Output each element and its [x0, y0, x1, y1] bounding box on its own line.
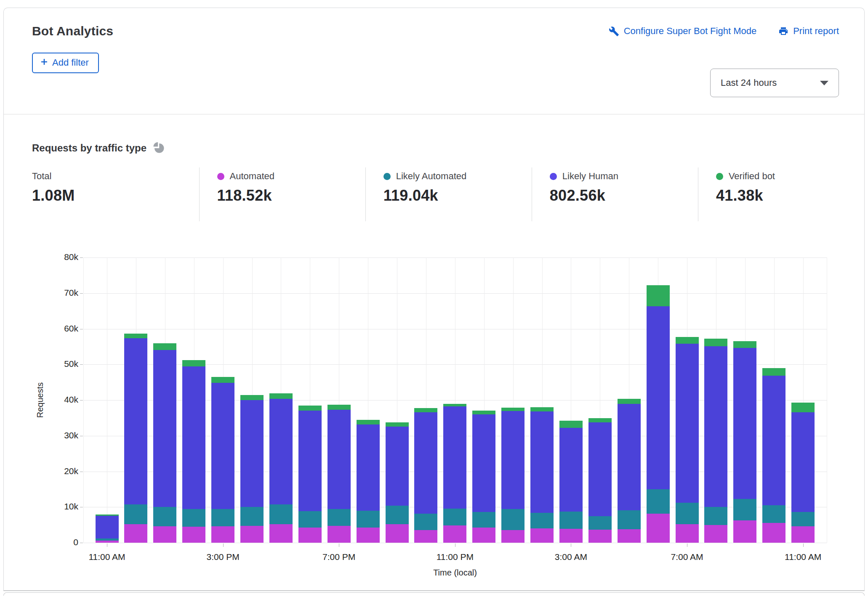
bar-3-00-pm[interactable]	[211, 377, 234, 543]
segment-likely-automated	[211, 509, 234, 527]
segment-automated	[124, 524, 147, 543]
segment-likely-human	[240, 400, 264, 507]
segment-likely-human	[153, 350, 176, 507]
bar-4-00-am[interactable]	[588, 418, 612, 543]
bar-10-00-am[interactable]	[762, 368, 785, 543]
segment-automated	[240, 526, 264, 543]
segment-likely-human	[676, 344, 699, 503]
wrench-icon	[609, 26, 619, 37]
bar-2-00-am[interactable]	[530, 407, 554, 543]
segment-automated	[443, 525, 466, 543]
segment-automated	[327, 526, 351, 543]
pie-chart-icon	[152, 141, 165, 156]
y-tick-label: 40k	[15, 395, 78, 405]
bar-10-00-pm[interactable]	[414, 408, 437, 543]
segment-automated	[357, 528, 380, 543]
segment-automated	[791, 526, 815, 543]
segment-verified-bot	[501, 408, 525, 411]
bar-12-00-pm[interactable]	[124, 334, 147, 543]
bar-5-00-am[interactable]	[618, 399, 641, 543]
gridline-v-edge	[83, 257, 84, 543]
x-tick-label: 3:00 PM	[206, 552, 239, 562]
x-tick-label: 11:00 PM	[437, 552, 474, 562]
segment-automated	[211, 526, 234, 543]
segment-verified-bot	[269, 393, 293, 399]
bar-11-00-am[interactable]	[96, 515, 119, 543]
segment-verified-bot	[211, 377, 234, 383]
bar-7-00-am[interactable]	[676, 337, 699, 543]
segment-automated	[559, 529, 583, 543]
segment-automated	[472, 528, 495, 543]
segment-automated	[733, 520, 756, 543]
legend-dot	[383, 173, 391, 180]
bar-5-00-pm[interactable]	[269, 393, 293, 543]
y-tick-mark	[80, 472, 83, 472]
x-tick-mark	[803, 544, 804, 547]
x-tick-mark	[687, 544, 687, 547]
stat-value: 41.38k	[716, 187, 860, 204]
configure-super-bot-fight-mode-link[interactable]: Configure Super Bot Fight Mode	[609, 26, 757, 37]
segment-likely-human	[588, 422, 612, 516]
bar-9-00-am[interactable]	[733, 341, 756, 543]
traffic-type-stats-row: Total1.08MAutomated118.52kLikely Automat…	[4, 167, 864, 221]
segment-verified-bot	[676, 337, 699, 344]
bar-1-00-am[interactable]	[501, 408, 525, 543]
bar-11-00-am[interactable]	[791, 403, 815, 543]
segment-likely-human	[791, 412, 815, 512]
segment-automated	[182, 527, 205, 543]
bar-12-00-am[interactable]	[472, 411, 495, 543]
segment-verified-bot	[618, 399, 641, 404]
bar-1-00-pm[interactable]	[153, 343, 176, 543]
bar-2-00-pm[interactable]	[182, 360, 205, 543]
segment-automated	[386, 524, 409, 543]
y-tick-mark	[80, 436, 83, 436]
segment-likely-human	[298, 411, 322, 511]
gridline-v-edge	[827, 257, 827, 543]
segment-likely-automated	[530, 513, 554, 528]
segment-automated	[298, 528, 322, 543]
segment-verified-bot	[704, 339, 727, 346]
x-tick-label: 11:00 AM	[785, 552, 821, 562]
chart-plot-area	[83, 257, 827, 543]
segment-likely-automated	[269, 504, 293, 524]
bar-8-00-pm[interactable]	[357, 420, 380, 543]
segment-verified-bot	[443, 404, 466, 407]
bar-6-00-pm[interactable]	[298, 406, 322, 543]
segment-likely-automated	[240, 507, 264, 526]
printer-icon	[778, 26, 788, 36]
bar-11-00-pm[interactable]	[443, 404, 466, 543]
segment-likely-human	[647, 306, 670, 489]
y-tick-label: 10k	[15, 501, 78, 512]
segment-automated	[588, 530, 612, 543]
bar-3-00-am[interactable]	[559, 421, 583, 543]
stat-label: Automated	[230, 171, 274, 182]
segment-automated	[501, 530, 525, 543]
y-tick-mark	[80, 400, 83, 400]
segment-verified-bot	[298, 406, 322, 411]
stat-label: Verified bot	[729, 171, 775, 182]
bar-4-00-pm[interactable]	[240, 395, 264, 543]
add-filter-button[interactable]: Add filter	[32, 53, 99, 73]
segment-likely-automated	[559, 512, 583, 529]
configure-link-label: Configure Super Bot Fight Mode	[624, 26, 757, 37]
segment-likely-automated	[182, 509, 205, 527]
time-range-dropdown[interactable]: Last 24 hours	[710, 69, 839, 97]
plus-icon	[40, 57, 48, 68]
segment-likely-human	[733, 348, 756, 499]
segment-automated	[269, 524, 293, 543]
print-report-link[interactable]: Print report	[778, 26, 839, 37]
page-title: Bot Analytics	[32, 24, 113, 38]
bar-9-00-pm[interactable]	[386, 422, 409, 543]
stat-label: Total	[32, 171, 51, 182]
segment-verified-bot	[386, 422, 409, 427]
y-tick-mark	[80, 329, 83, 329]
segment-likely-human	[357, 424, 380, 511]
bar-8-00-am[interactable]	[704, 339, 727, 543]
bar-6-00-am[interactable]	[647, 285, 670, 543]
bar-7-00-pm[interactable]	[327, 405, 351, 543]
segment-likely-human	[530, 411, 554, 513]
segment-automated	[153, 526, 176, 543]
segment-likely-automated	[357, 511, 380, 528]
segment-likely-human	[327, 410, 351, 509]
segment-automated	[676, 524, 699, 543]
